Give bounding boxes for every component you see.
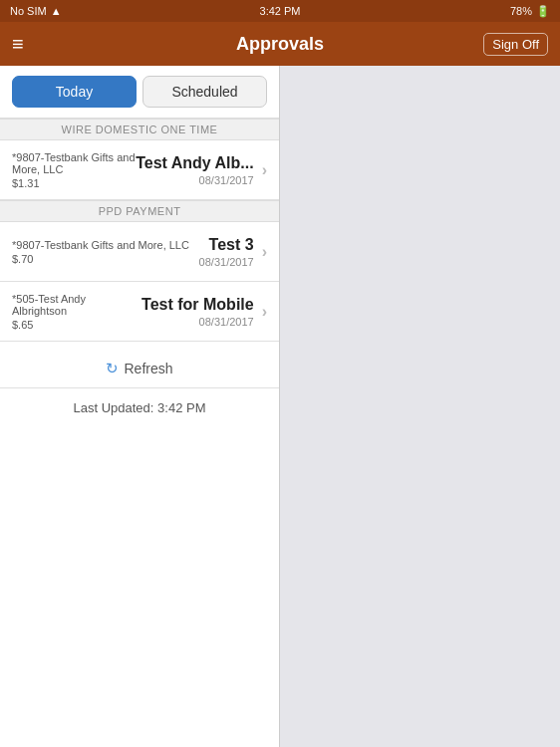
- chevron-icon: ›: [262, 161, 267, 179]
- menu-icon[interactable]: ≡: [12, 33, 24, 56]
- sign-off-button[interactable]: Sign Off: [483, 33, 548, 56]
- item-amount: $.65: [12, 319, 141, 331]
- chevron-icon: ›: [262, 243, 267, 261]
- list-item[interactable]: *505-Test Andy Albrightson $.65 Test for…: [0, 282, 279, 342]
- item-name: Test for Mobile: [141, 296, 254, 314]
- item-account: *9807-Testbank Gifts and More, LLC: [12, 151, 136, 175]
- battery-icon: 🔋: [536, 5, 550, 18]
- status-bar: No SIM ▲ 3:42 PM 78% 🔋: [0, 0, 560, 22]
- left-panel: Today Scheduled WIRE DOMESTIC ONE TIME *…: [0, 66, 280, 747]
- item-date: 08/31/2017: [199, 316, 254, 328]
- chevron-icon: ›: [262, 303, 267, 321]
- section-header-ppd: PPD PAYMENT: [0, 200, 279, 222]
- item-date: 08/31/2017: [199, 174, 254, 186]
- tab-today[interactable]: Today: [12, 76, 137, 108]
- wifi-icon: ▲: [51, 5, 62, 17]
- status-right: 78% 🔋: [510, 5, 550, 18]
- item-account: *9807-Testbank Gifts and More, LLC: [12, 239, 199, 251]
- item-amount: $.70: [12, 253, 199, 265]
- item-name: Test 3: [209, 236, 254, 254]
- item-amount: $1.31: [12, 177, 136, 189]
- refresh-icon: ↻: [106, 360, 119, 377]
- battery-label: 78%: [510, 5, 532, 17]
- last-updated: Last Updated: 3:42 PM: [0, 388, 279, 427]
- refresh-label: Refresh: [124, 361, 172, 376]
- item-right: Test Andy Alb... 08/31/2017: [136, 154, 254, 186]
- refresh-area: ↻ Refresh: [0, 342, 279, 388]
- page-title: Approvals: [236, 34, 324, 55]
- item-right: Test for Mobile 08/31/2017: [141, 296, 254, 328]
- refresh-button[interactable]: ↻ Refresh: [106, 360, 172, 377]
- item-left: *9807-Testbank Gifts and More, LLC $1.31: [12, 151, 136, 189]
- right-panel: [280, 66, 560, 747]
- item-account: *505-Test Andy Albrightson: [12, 293, 141, 317]
- list-item[interactable]: *9807-Testbank Gifts and More, LLC $.70 …: [0, 222, 279, 282]
- status-left: No SIM ▲: [10, 5, 62, 17]
- item-left: *9807-Testbank Gifts and More, LLC $.70: [12, 239, 199, 265]
- nav-bar: ≡ Approvals Sign Off: [0, 22, 560, 66]
- section-header-wire: WIRE DOMESTIC ONE TIME: [0, 119, 279, 140]
- item-name: Test Andy Alb...: [136, 154, 254, 172]
- tab-bar: Today Scheduled: [0, 66, 279, 119]
- item-left: *505-Test Andy Albrightson $.65: [12, 293, 141, 331]
- carrier-label: No SIM: [10, 5, 47, 17]
- tab-scheduled[interactable]: Scheduled: [142, 76, 267, 108]
- list-item[interactable]: *9807-Testbank Gifts and More, LLC $1.31…: [0, 140, 279, 200]
- item-date: 08/31/2017: [199, 256, 254, 268]
- item-right: Test 3 08/31/2017: [199, 236, 254, 268]
- status-time: 3:42 PM: [260, 5, 301, 17]
